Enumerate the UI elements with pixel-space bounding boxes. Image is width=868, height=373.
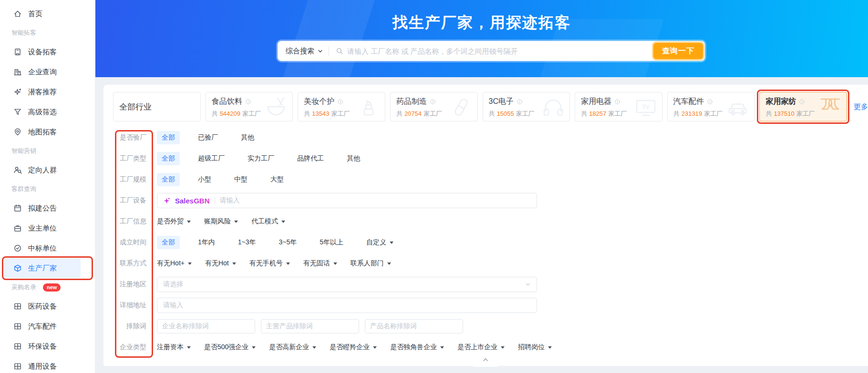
sidebar-item[interactable]: 设备拓客 <box>5 42 81 62</box>
sidebar-item-label: 地图拓客 <box>28 128 57 137</box>
exclude-word-input[interactable]: 企业名称排除词 <box>157 319 255 333</box>
sidebar-item-label: 潜客推荐 <box>28 88 57 97</box>
input-placeholder: 请输入 <box>220 196 240 205</box>
industry-card[interactable]: 家用家纺 共137510家工厂 <box>759 92 847 121</box>
more-link[interactable]: 更多 <box>854 102 868 111</box>
region-select[interactable]: 请选择 <box>157 277 537 292</box>
filter-option[interactable]: 1~3年 <box>233 236 261 249</box>
search-input[interactable] <box>347 47 705 55</box>
industry-card[interactable]: 药品制造 共20754家工厂 <box>390 92 478 121</box>
sidebar-item[interactable]: 通用设备 <box>5 356 81 373</box>
search-button[interactable]: 查询一下 <box>653 43 703 59</box>
sidebar-item[interactable]: 首页 <box>5 4 81 24</box>
filter-option[interactable]: 3~5年 <box>274 236 302 249</box>
filter-option[interactable]: 全部 <box>157 173 180 186</box>
filter-dropdown[interactable]: 招聘岗位 <box>518 343 552 352</box>
filter-option[interactable]: 大型 <box>266 173 289 186</box>
sidebar-item[interactable]: 定向人群 <box>5 160 81 180</box>
industry-card[interactable]: 家用电器 共18257家工厂 TV <box>575 92 662 121</box>
filter-option[interactable]: 全部 <box>157 131 180 144</box>
filter-option[interactable]: 中型 <box>229 173 252 186</box>
sidebar-item[interactable]: 潜客推荐 <box>5 82 81 102</box>
filter-option[interactable]: 5年以上 <box>315 236 348 249</box>
filter-dropdown[interactable]: 是否瞪羚企业 <box>330 343 377 352</box>
exclude-word-input[interactable]: 产品名称排除词 <box>365 319 463 333</box>
sidebar-item[interactable]: 医药设备 <box>5 296 81 316</box>
industry-card-label: 家用电器 <box>581 97 611 107</box>
filter-row-label: 联系方式 <box>103 259 146 268</box>
header-decoration <box>280 0 378 77</box>
filter-dropdown[interactable]: 代工模式 <box>251 217 285 226</box>
exclude-word-input[interactable]: 主营产品排除词 <box>261 319 359 333</box>
filter-dropdown[interactable]: 是否500强企业 <box>204 343 256 352</box>
filter-dropdown[interactable]: 有无手机号 <box>249 259 290 268</box>
filter-dropdown[interactable]: 是否外贸 <box>157 217 191 226</box>
divider <box>215 197 215 204</box>
sidebar-item[interactable]: 拟建公告 <box>5 198 81 218</box>
caret-down-icon <box>440 346 444 351</box>
industry-card-count: 共18257家工厂 <box>581 110 656 118</box>
filter-option[interactable]: 全部 <box>157 152 180 165</box>
home-icon <box>13 10 22 18</box>
filter-option[interactable]: 品牌代工 <box>292 152 329 165</box>
sidebar-item[interactable]: 地图拓客 <box>5 122 81 142</box>
book-icon <box>13 302 22 311</box>
filter-option[interactable]: 已验厂 <box>193 131 223 144</box>
filter-option[interactable]: 1年内 <box>193 236 220 249</box>
map-pin-icon <box>13 128 22 136</box>
filter-dropdown[interactable]: 是否独角兽企业 <box>390 343 444 352</box>
industry-card-count: 共137510家工厂 <box>765 110 841 118</box>
filter-dropdown[interactable]: 是否高新企业 <box>269 343 316 352</box>
filter-option[interactable]: 其他 <box>236 131 259 144</box>
filter-option[interactable]: 超级工厂 <box>193 152 229 165</box>
filter-dropdown[interactable]: 有无Hot+ <box>157 259 192 268</box>
caret-down-icon <box>252 346 256 351</box>
industry-card[interactable]: 汽车配件 共231319家工厂 <box>667 92 755 121</box>
sidebar-item-label: 业主单位 <box>28 224 57 233</box>
caret-down-icon <box>234 221 238 225</box>
award-icon <box>13 244 22 252</box>
industry-card-all[interactable]: 全部行业 <box>113 92 201 121</box>
sidebar-item[interactable]: 高级筛选 <box>5 102 81 122</box>
filter-option[interactable]: 自定义 <box>362 236 398 249</box>
briefcase-icon <box>13 224 22 232</box>
info-icon <box>337 99 343 105</box>
sidebar-item[interactable]: 中标单位 <box>5 238 81 258</box>
filter-dropdown[interactable]: 有无固话 <box>303 259 337 268</box>
sidebar-item[interactable]: 生产厂家 <box>5 258 81 278</box>
search-scope-dropdown[interactable]: 综合搜索 <box>278 47 329 56</box>
industry-card[interactable]: 食品饮料 共544209家工厂 <box>206 92 293 121</box>
caret-down-icon <box>281 221 285 225</box>
sidebar-item-label: 生产厂家 <box>28 264 57 273</box>
industry-card-label: 汽车配件 <box>673 97 704 107</box>
sidebar-item[interactable]: 汽车配件 <box>5 316 81 336</box>
sidebar-item-label: 定向人群 <box>28 166 57 175</box>
sidebar-section-title: 采购名录new <box>0 278 95 296</box>
search-scope-label: 综合搜索 <box>286 47 314 56</box>
filter-dropdown[interactable]: 账期风险 <box>204 217 238 226</box>
filter-option[interactable]: 全部 <box>157 236 180 249</box>
sidebar-item[interactable]: 环保设备 <box>5 336 81 356</box>
filter-dropdown[interactable]: 有无Hot <box>205 259 236 268</box>
sidebar-item[interactable]: 企业查询 <box>5 62 81 82</box>
collapse-tab[interactable] <box>470 359 501 367</box>
industry-card[interactable]: 3C电子 共15055家工厂 <box>483 92 570 121</box>
caret-down-icon <box>187 346 191 351</box>
filter-option[interactable]: 小型 <box>193 173 216 186</box>
input-placeholder: 产品名称排除词 <box>370 322 417 331</box>
filter-row: 成立时间 全部1年内1~3年3~5年5年以上自定义 <box>103 232 868 253</box>
cube-icon <box>13 264 22 272</box>
sidebar-item-label: 环保设备 <box>28 342 57 351</box>
filter-dropdown[interactable]: 联系人部门 <box>351 259 391 268</box>
sidebar-item[interactable]: 业主单位 <box>5 218 81 238</box>
filter-row: 工厂类型 全部超级工厂实力工厂品牌代工其他 <box>103 148 868 169</box>
filter-option[interactable]: 其他 <box>342 152 365 165</box>
factory-equipment-input[interactable]: SalesGBN请输入 <box>157 193 537 208</box>
hero-header: 找生产厂家，用探迹拓客 综合搜索 查询一下 <box>95 0 868 77</box>
address-input[interactable]: 请输入 <box>157 298 537 313</box>
industry-card[interactable]: 美妆个护 共13543家工厂 <box>298 92 385 121</box>
filter-dropdown[interactable]: 是否上市企业 <box>457 343 505 352</box>
filter-dropdown[interactable]: 注册资本 <box>157 343 191 352</box>
filter-option[interactable]: 实力工厂 <box>243 152 279 165</box>
sidebar-section-title: 智能拓客 <box>0 24 95 42</box>
